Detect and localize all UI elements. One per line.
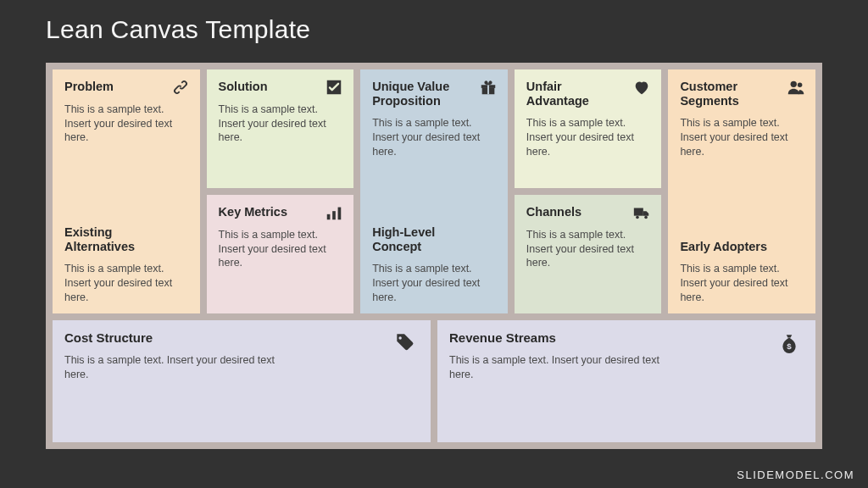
link-icon bbox=[171, 78, 190, 97]
cell-label: Customer Segments bbox=[680, 80, 776, 108]
tag-icon bbox=[393, 332, 415, 354]
cell-body: This is a sample text. Insert your desir… bbox=[64, 103, 175, 146]
svg-point-7 bbox=[645, 216, 648, 219]
cell-label: Early Adopters bbox=[680, 240, 776, 254]
cell-channels: Channels This is a sample text. Insert y… bbox=[515, 195, 662, 313]
cell-label: Unique Value Proposition bbox=[372, 80, 469, 108]
svg-rect-2 bbox=[338, 208, 342, 220]
cell-body: This is a sample text. Insert your desir… bbox=[64, 262, 175, 305]
cell-uvp: Unique Value Proposition This is a sampl… bbox=[360, 69, 508, 313]
cell-label: Channels bbox=[526, 205, 623, 219]
cell-body: This is a sample text. Insert your desir… bbox=[64, 353, 277, 382]
svg-point-8 bbox=[791, 81, 797, 87]
cell-label: Existing Alternatives bbox=[64, 225, 161, 253]
heart-icon bbox=[632, 78, 651, 97]
cell-revenue: $ Revenue Streams This is a sample text.… bbox=[437, 320, 815, 442]
cell-metrics: Key Metrics This is a sample text. Inser… bbox=[207, 195, 354, 313]
cell-body: This is a sample text. Insert your desir… bbox=[526, 228, 637, 271]
cell-label: Revenue Streams bbox=[449, 330, 662, 345]
cell-body: This is a sample text. Insert your desir… bbox=[449, 353, 662, 382]
svg-text:$: $ bbox=[787, 341, 792, 351]
cell-solution: Solution This is a sample text. Insert y… bbox=[207, 69, 354, 188]
cell-body: This is a sample text. Insert your desir… bbox=[680, 116, 791, 159]
svg-rect-1 bbox=[332, 211, 336, 219]
cell-body: This is a sample text. Insert your desir… bbox=[680, 262, 791, 305]
footer-credit: SLIDEMODEL.COM bbox=[737, 469, 854, 481]
cell-body: This is a sample text. Insert your desir… bbox=[219, 228, 330, 271]
cell-body: This is a sample text. Insert your desir… bbox=[219, 103, 330, 146]
cell-segments: Customer Segments This is a sample text.… bbox=[668, 69, 815, 313]
cell-advantage: Unfair Advantage This is a sample text. … bbox=[515, 69, 662, 188]
bars-icon bbox=[325, 203, 343, 222]
cell-label: Cost Structure bbox=[64, 330, 277, 345]
truck-icon bbox=[632, 203, 651, 222]
svg-point-10 bbox=[398, 336, 401, 339]
cell-body: This is a sample text. Insert your desir… bbox=[372, 116, 483, 159]
svg-rect-0 bbox=[327, 214, 331, 219]
moneybag-icon: $ bbox=[778, 332, 800, 354]
cell-problem: Problem This is a sample text. Insert yo… bbox=[53, 69, 200, 313]
svg-point-6 bbox=[637, 216, 640, 219]
svg-rect-5 bbox=[487, 85, 489, 94]
cell-body: This is a sample text. Insert your desir… bbox=[372, 262, 483, 305]
lean-canvas: Problem This is a sample text. Insert yo… bbox=[46, 63, 822, 449]
cell-body: This is a sample text. Insert your desir… bbox=[526, 116, 637, 159]
cell-label: Key Metrics bbox=[219, 205, 315, 219]
gift-icon bbox=[479, 78, 498, 97]
page-title: Lean Canvas Template bbox=[0, 0, 868, 44]
svg-point-9 bbox=[798, 83, 803, 88]
cell-label: Solution bbox=[219, 80, 315, 94]
check-icon bbox=[325, 78, 343, 97]
cell-cost: Cost Structure This is a sample text. In… bbox=[53, 320, 431, 442]
cell-label: High-Level Concept bbox=[372, 225, 469, 253]
cell-label: Problem bbox=[64, 80, 161, 94]
users-icon bbox=[787, 78, 805, 97]
cell-label: Unfair Advantage bbox=[526, 80, 623, 108]
